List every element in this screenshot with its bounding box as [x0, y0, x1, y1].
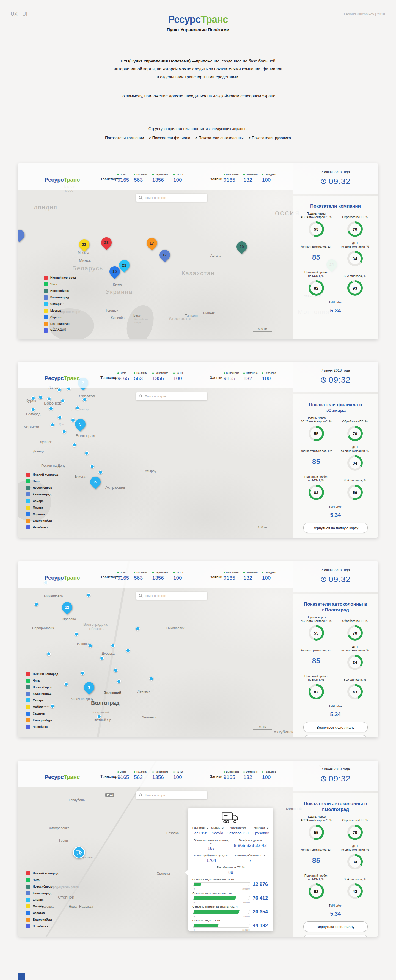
gauge-ring	[309, 684, 324, 700]
stat-item: Всего9165	[118, 372, 129, 382]
legend-item[interactable]: Москва	[26, 504, 58, 511]
legend-city-label: Саратов	[33, 712, 45, 715]
legend-item[interactable]: Калининград	[44, 294, 76, 301]
back-button[interactable]: Вернуться на полную карту	[303, 735, 368, 737]
indicators-card: Показатели автоколонны в г.Волгоград Под…	[293, 593, 378, 737]
truck-metric-value: 8-865-923-32-42	[232, 843, 269, 848]
gauge-ring	[347, 825, 363, 840]
legend-item[interactable]: Челябинск	[26, 923, 58, 929]
legend-item[interactable]: Самара	[26, 498, 58, 504]
map-pin[interactable]: 23	[77, 237, 92, 252]
legend-item[interactable]: Екатеринбург	[26, 916, 58, 923]
stat-label: Отменено	[243, 770, 258, 773]
logo-green-part: Транс	[64, 574, 80, 581]
truck-metric: Объем потраченого топлива, л.167	[192, 838, 230, 851]
legend-item[interactable]: Новосибирск	[26, 484, 58, 491]
legend-item[interactable]: Калининград	[26, 890, 58, 896]
bar-row: 44 182	[192, 923, 269, 929]
stat-label: Передано	[262, 571, 276, 574]
legend-item[interactable]: Москва	[26, 903, 58, 910]
legend-item[interactable]: Москва	[44, 307, 76, 314]
screens-stack: ляндияБелое мореМоскваМинскБеларусьКиевУ…	[0, 163, 396, 937]
back-button[interactable]: Вернуться к филлиалу	[303, 722, 368, 732]
date-label: 7 июня 2018 года	[293, 767, 378, 771]
legend-item[interactable]: Чита	[26, 478, 58, 484]
logo-green-part: Транс	[64, 176, 80, 183]
legend-item[interactable]: Чита	[26, 677, 58, 684]
legend-item[interactable]: Челябинск	[44, 327, 76, 334]
map-pin[interactable]: 17	[145, 236, 159, 251]
back-button[interactable]: Вернуться на полную карту	[303, 523, 368, 533]
map-pin[interactable]: 20	[234, 239, 249, 254]
bar-label: Осталось времени до замены АКБ, ч	[192, 905, 269, 908]
legend-item[interactable]: Челябинск	[26, 524, 58, 531]
map-legend: Нижний новгородЧитаНовосибирскКалинингра…	[44, 274, 76, 334]
legend-item[interactable]: Саратов	[26, 910, 58, 916]
legend-city-label: Москва	[33, 506, 43, 509]
indicator-widget	[309, 484, 324, 504]
map-pin[interactable]: 5	[73, 417, 88, 431]
back-button[interactable]: Вернуться к филлиалу	[303, 921, 368, 932]
status-dot-icon	[152, 174, 154, 175]
map-pin[interactable]	[18, 228, 27, 242]
map-search-input[interactable]: Поиск по карте	[136, 194, 207, 202]
stat-label: На ТО	[173, 571, 183, 574]
legend-item[interactable]: Екатеринбург	[44, 320, 76, 327]
legend-item[interactable]: Саратов	[26, 511, 58, 517]
bar-fill	[193, 924, 219, 928]
map-search-input[interactable]: Поиск по карте	[136, 592, 207, 600]
legend-color-swatch	[44, 282, 48, 286]
indicator-widget	[347, 280, 363, 299]
legend-item[interactable]: Нижний новгород	[26, 671, 58, 677]
map-pin[interactable]: 17	[157, 248, 172, 262]
legend-item[interactable]: Саратов	[26, 710, 58, 717]
truck-metric-value: 7	[232, 858, 269, 863]
indicator-label: Обработано ПЛ, %	[341, 415, 369, 423]
back-button[interactable]: Вернуться на полную карту	[303, 935, 368, 937]
truck-metric-rows: Объем потраченого топлива, л.167Телефон …	[192, 838, 269, 863]
legend-color-swatch	[26, 918, 30, 922]
truck-metric: Кол-во пройденого пути, км:1764	[192, 854, 230, 863]
stat-item: На ТО100	[173, 173, 183, 183]
legend-item[interactable]: Нижний новгород	[44, 274, 76, 281]
legend-item[interactable]: Екатеринбург	[26, 517, 58, 524]
stat-label: На ремонте	[152, 571, 168, 574]
indicators-title: Показатели автоколонны в г.Волгоград	[297, 601, 374, 613]
legend-item[interactable]: Чита	[26, 877, 58, 883]
legend-item[interactable]: Нижний новгород	[26, 471, 58, 478]
legend-item[interactable]: Самара	[44, 301, 76, 307]
legend-item[interactable]: Самара	[26, 697, 58, 703]
legend-item[interactable]: Саратов	[44, 314, 76, 320]
legend-item[interactable]: Новосибирск	[26, 684, 58, 690]
legend-item[interactable]: Калининград	[26, 690, 58, 697]
stat-label: Всего	[118, 571, 129, 574]
map-pin[interactable]: 5	[88, 474, 103, 489]
status-dot-icon	[224, 174, 225, 175]
legend-color-swatch	[44, 309, 48, 313]
legend-item[interactable]: Чита	[44, 281, 76, 288]
map-pin[interactable]: 23	[99, 235, 114, 250]
profit-value: 89	[192, 870, 269, 875]
stat-item: Передано100	[262, 173, 276, 183]
bar-value: 76 412	[253, 895, 268, 901]
legend-item[interactable]: Москва	[26, 703, 58, 710]
indicators-card: Показатели филиала в г.Самара Поданы чер…	[293, 394, 378, 538]
map-pin[interactable]: 3	[82, 680, 97, 695]
gauge-grid: Поданы через АС "Авто-Контроль", %Обрабо…	[297, 615, 374, 703]
legend-item[interactable]: Нижний новгород	[26, 870, 58, 877]
legend-color-swatch	[44, 315, 48, 319]
legend-item[interactable]: Самара	[26, 896, 58, 903]
logo-green-part: Транс	[64, 774, 80, 780]
legend-item[interactable]: Новосибирск	[44, 288, 76, 294]
truck-pin[interactable]	[73, 846, 85, 858]
legend-item[interactable]: Екатеринбург	[26, 717, 58, 723]
legend-item[interactable]: Челябинск	[26, 723, 58, 730]
gauge-ring	[347, 883, 363, 899]
right-sidebar: 7 июня 2018 года 09:32 Показатели автоко…	[293, 760, 378, 937]
gauge-ring	[347, 251, 363, 266]
legend-item[interactable]: Калининград	[26, 491, 58, 498]
map-search-input[interactable]: Поиск по карте	[136, 393, 207, 400]
map-pin[interactable]: 12	[60, 600, 75, 615]
map-search-input[interactable]: Поиск по карте	[136, 791, 207, 799]
legend-item[interactable]: Новосибирск	[26, 883, 58, 890]
